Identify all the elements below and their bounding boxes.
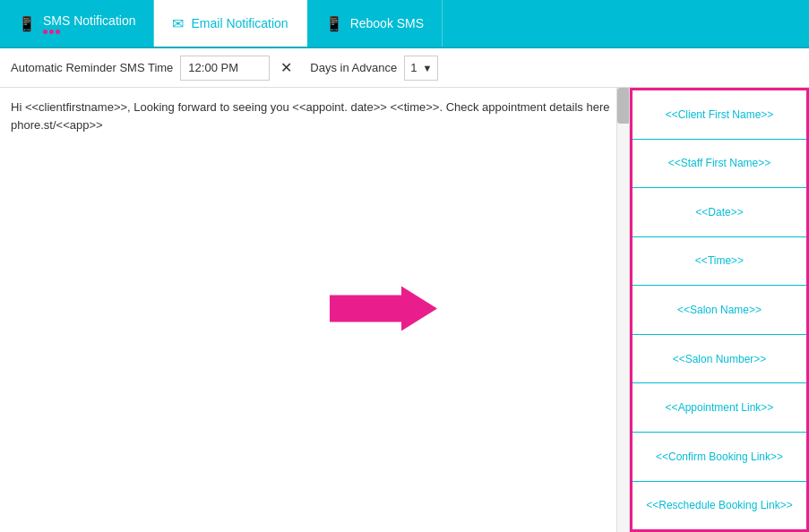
main-area: <<Client First Name>> <<Staff First Name… bbox=[0, 88, 809, 532]
template-btn-salon-number[interactable]: <<Salon Number>> bbox=[633, 335, 806, 384]
days-select[interactable]: 1 ▼ bbox=[404, 56, 438, 81]
template-btn-client-first-name[interactable]: <<Client First Name>> bbox=[633, 90, 806, 140]
rebook-tab-icon: 📱 bbox=[325, 15, 343, 32]
template-btn-confirm-booking[interactable]: <<Confirm Booking Link>> bbox=[633, 433, 806, 482]
reminder-label: Automatic Reminder SMS Time bbox=[11, 61, 173, 74]
template-btn-salon-name[interactable]: <<Salon Name>> bbox=[633, 286, 806, 335]
template-btn-time[interactable]: <<Time>> bbox=[633, 237, 806, 287]
sms-tab-label: SMS Notification bbox=[43, 13, 135, 28]
tab-bar: 📱 SMS Notification ✉ Email Notification … bbox=[0, 0, 809, 48]
tab-email[interactable]: ✉ Email Notification bbox=[154, 0, 306, 47]
toolbar-row: Automatic Reminder SMS Time ✕ Days in Ad… bbox=[0, 48, 809, 88]
tab-sms[interactable]: 📱 SMS Notification bbox=[0, 0, 154, 47]
dropdown-arrow-icon: ▼ bbox=[422, 63, 432, 73]
scrollbar-thumb bbox=[617, 88, 630, 124]
clear-button[interactable]: ✕ bbox=[277, 59, 296, 76]
text-section bbox=[0, 88, 630, 532]
scrollbar-track[interactable] bbox=[616, 88, 629, 532]
time-input[interactable] bbox=[180, 56, 270, 81]
rebook-tab-label: Rebook SMS bbox=[350, 16, 424, 30]
sms-body-textarea[interactable] bbox=[0, 88, 629, 532]
email-tab-icon: ✉ bbox=[172, 15, 184, 32]
sms-tab-icon: 📱 bbox=[18, 15, 36, 32]
template-btn-staff-first-name[interactable]: <<Staff First Name>> bbox=[633, 140, 806, 189]
template-btn-appointment-link[interactable]: <<Appointment Link>> bbox=[633, 383, 806, 433]
email-tab-label: Email Notification bbox=[191, 16, 288, 30]
sms-tab-dots bbox=[43, 30, 135, 34]
template-btn-date[interactable]: <<Date>> bbox=[633, 188, 806, 237]
template-buttons-panel: <<Client First Name>> <<Staff First Name… bbox=[630, 88, 809, 532]
template-btn-reschedule-booking[interactable]: <<Reschedule Booking Link>> bbox=[633, 482, 806, 530]
days-value: 1 bbox=[410, 61, 417, 74]
days-label: Days in Advance bbox=[310, 61, 397, 74]
tab-rebook[interactable]: 📱 Rebook SMS bbox=[307, 0, 443, 47]
